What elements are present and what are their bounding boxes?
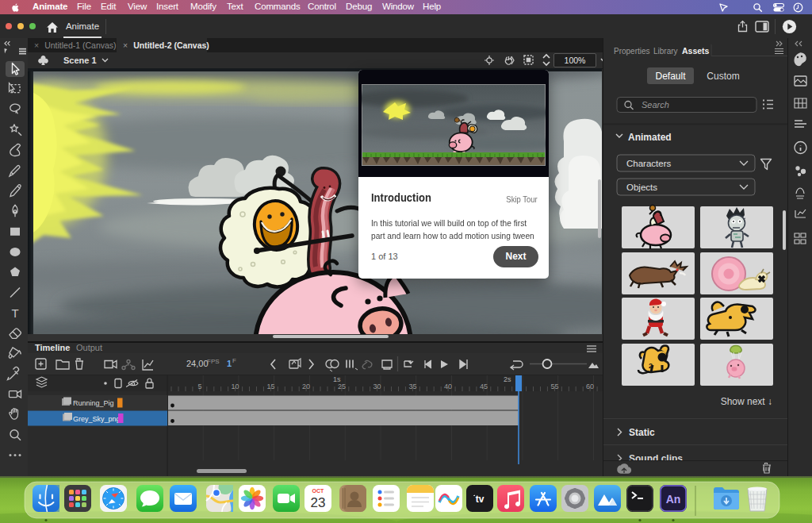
- svg-text:35: 35: [408, 383, 416, 390]
- svg-text:Timeline: Timeline: [35, 343, 70, 352]
- svg-text:Running_Pig: Running_Pig: [73, 399, 114, 407]
- svg-text:15: 15: [266, 383, 274, 390]
- svg-text:Custom: Custom: [707, 71, 739, 82]
- svg-text:23: 23: [311, 495, 326, 510]
- svg-text:Static: Static: [629, 427, 655, 438]
- svg-text:Search: Search: [642, 100, 669, 110]
- svg-text:45: 45: [480, 383, 488, 390]
- svg-text:An: An: [666, 493, 681, 506]
- svg-text:25: 25: [338, 383, 346, 390]
- svg-text:1s: 1s: [333, 375, 341, 383]
- svg-text:Characters: Characters: [626, 159, 671, 168]
- svg-text:F: F: [232, 357, 236, 364]
- svg-text:Objects: Objects: [626, 183, 657, 192]
- svg-text:2s: 2s: [504, 375, 511, 383]
- svg-text:Library: Library: [653, 47, 678, 56]
- svg-text:OCT: OCT: [312, 488, 325, 494]
- svg-text:10: 10: [232, 383, 239, 390]
- svg-text:24,00: 24,00: [186, 359, 209, 368]
- svg-text:2: 2: [649, 362, 653, 370]
- svg-text:FPS: FPS: [207, 358, 220, 365]
- svg-text:60: 60: [586, 383, 594, 390]
- svg-text:Animated: Animated: [628, 132, 672, 143]
- svg-text:Output: Output: [76, 343, 102, 352]
- svg-text:Assets: Assets: [682, 46, 710, 56]
- svg-text:Properties: Properties: [614, 47, 650, 56]
- svg-text:1: 1: [227, 359, 232, 368]
- svg-text:tv: tv: [476, 494, 485, 505]
- svg-text:55: 55: [550, 383, 558, 390]
- svg-text:Grey_Sky_png: Grey_Sky_png: [73, 415, 121, 423]
- svg-text:40: 40: [444, 383, 452, 390]
- svg-text:30: 30: [373, 383, 381, 390]
- svg-text:5: 5: [197, 383, 201, 390]
- svg-text:20: 20: [302, 383, 310, 390]
- svg-text:T: T: [11, 306, 18, 320]
- svg-text:Show next ↓: Show next ↓: [721, 396, 772, 407]
- svg-text:Default: Default: [655, 71, 686, 82]
